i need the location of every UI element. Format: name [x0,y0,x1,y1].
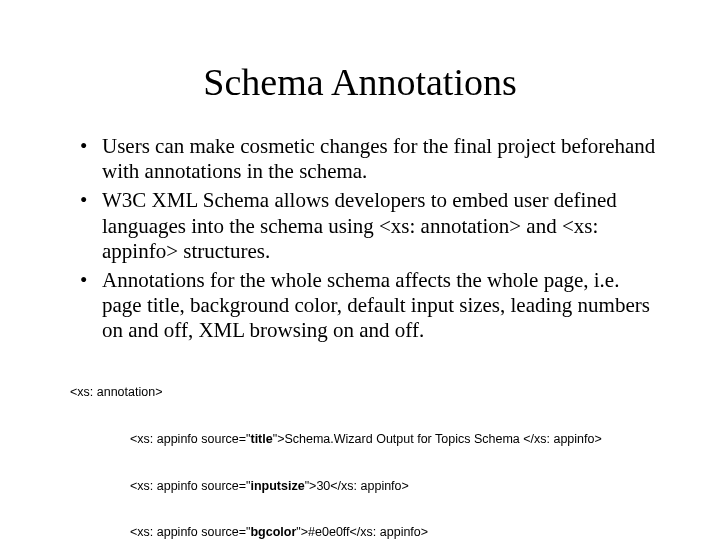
list-item: W3C XML Schema allows developers to embe… [90,188,660,264]
page-title: Schema Annotations [60,60,660,104]
code-line: <xs: appinfo source="inputsize">30</xs: … [130,479,660,495]
slide: Schema Annotations Users can make cosmet… [0,0,720,540]
code-line: <xs: appinfo source="bgcolor">#e0e0ff</x… [130,525,660,540]
code-line-open: <xs: annotation> [70,385,660,401]
code-line: <xs: appinfo source="title">Schema.Wizar… [130,432,660,448]
code-block: <xs: annotation> <xs: appinfo source="ti… [70,354,660,541]
list-item: Users can make cosmetic changes for the … [90,134,660,184]
bullet-list: Users can make cosmetic changes for the … [60,134,660,344]
list-item: Annotations for the whole schema affects… [90,268,660,344]
